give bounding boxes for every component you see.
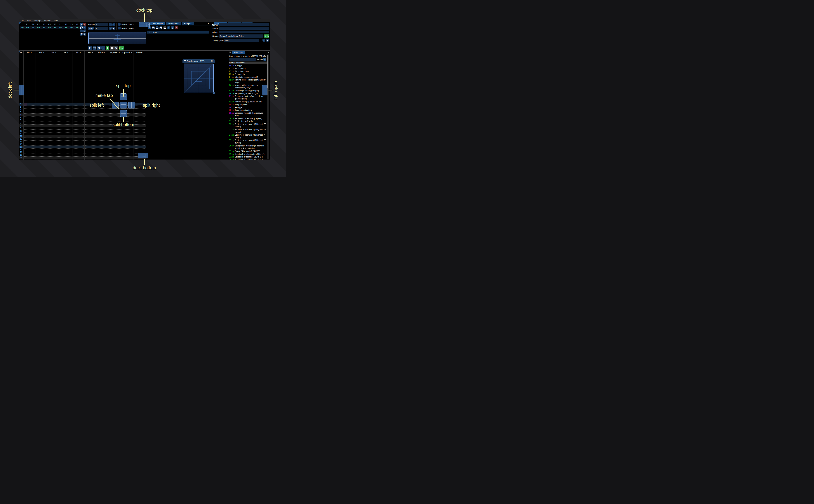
close-icon[interactable]: × [207, 22, 209, 25]
channel-header-fm-3[interactable]: FM 3 [48, 51, 60, 54]
octave-plus-button[interactable]: + [112, 23, 115, 26]
organize-instrument-button[interactable] [163, 26, 166, 29]
effect-row[interactable]: 0DxxJump to next pattern [229, 109, 267, 112]
order-col-f6[interactable]: F6 [52, 23, 58, 26]
effect-search-input[interactable] [229, 58, 256, 61]
order-col-s2[interactable]: S2 [63, 23, 69, 26]
deep-clone-order-button[interactable] [80, 33, 83, 36]
order-col-s3[interactable]: S3 [69, 23, 74, 26]
order-row[interactable]: 0000000000000000000000 [20, 26, 80, 29]
menu-help[interactable]: help [52, 20, 59, 22]
menu-settings[interactable]: settings [32, 20, 42, 22]
pattern-row[interactable]: 13 [19, 138, 146, 140]
channel-header-fm-2[interactable]: FM 2 [36, 51, 48, 54]
order-cell[interactable]: 00 [52, 26, 58, 29]
record-button[interactable] [106, 46, 109, 50]
effect-row[interactable]: 04xyVibrato (x: speed; y: depth) [229, 76, 267, 78]
effect-row[interactable]: 00xyArpeggio [229, 64, 267, 67]
close-icon[interactable]: × [211, 60, 213, 62]
pattern-row[interactable]: 12 [19, 135, 146, 138]
oscilloscope-xy-window[interactable]: Oscilloscope (X-Y) × [182, 59, 215, 94]
tuning-input[interactable] [224, 39, 259, 42]
poly-toggle-button[interactable]: Poly [119, 46, 124, 50]
order-col-f4[interactable]: F4 [41, 23, 47, 26]
split-bottom-target[interactable] [120, 110, 127, 117]
close-icon[interactable]: × [267, 51, 269, 54]
menu-edit[interactable]: edit [26, 20, 32, 22]
step-minus-button[interactable]: - [109, 27, 112, 30]
effect-row[interactable]: 16xySet operator multiplier (x: operator… [229, 145, 267, 150]
octave-input[interactable] [95, 23, 108, 26]
instrument-list-item[interactable]: - None - [147, 31, 209, 34]
resize-grip[interactable] [213, 92, 214, 94]
channel-header-fm-5[interactable]: FM 5 [72, 51, 84, 54]
metronome-button[interactable] [110, 46, 114, 50]
effect-row[interactable]: 1AxxSet attack of operator 1 (0 to 1F) [229, 156, 267, 158]
song-album-input[interactable] [219, 31, 269, 33]
channel-header-fm-4[interactable]: FM 4 [60, 51, 72, 54]
effect-row[interactable]: 12xxSet level of operator 1 (0 highest, … [229, 123, 267, 128]
pattern-row[interactable]: 14 [19, 140, 146, 143]
channel-header-fm-6[interactable]: FM 6 [84, 51, 97, 54]
effect-row[interactable]: 11xxSet feedback (0 to 7) [229, 120, 267, 123]
step-button[interactable]: Step [88, 27, 94, 30]
auto-system-button[interactable]: Auto [264, 34, 269, 38]
effect-row[interactable]: 07xyTremolo (x: speed; y: depth) [229, 90, 267, 92]
order-cell[interactable]: 00 [41, 26, 47, 29]
dock-bottom-target[interactable] [138, 153, 148, 158]
repeat-pattern-button[interactable] [114, 46, 118, 50]
delete-instrument-button[interactable] [175, 26, 178, 29]
edit-mode-order-button[interactable] [83, 33, 86, 36]
pattern-row[interactable]: 6 [19, 119, 146, 122]
dock-right-target[interactable] [262, 85, 267, 95]
effect-row[interactable]: 0FxxSet speed (speed 2 if no grooves exi… [229, 112, 267, 117]
move-up-order-button[interactable] [83, 26, 86, 29]
play-one-row-button[interactable] [97, 46, 101, 50]
effect-row[interactable]: 13xxSet level of operator 2 (0 highest, … [229, 128, 267, 134]
collapse-icon[interactable] [184, 60, 186, 62]
make-tab-target[interactable] [120, 102, 127, 109]
order-col-f3[interactable]: F3 [36, 23, 41, 26]
window-menu-icon[interactable] [229, 51, 231, 54]
order-cell[interactable]: 00 [47, 26, 52, 29]
octave-minus-button[interactable]: - [109, 23, 112, 26]
order-cell[interactable]: 00 [36, 26, 41, 29]
order-cell[interactable]: 00 [58, 26, 63, 29]
order-cell[interactable]: 00 [30, 26, 36, 29]
pattern-row[interactable]: 18 [19, 151, 146, 154]
tab-wavetables[interactable]: Wavetables [166, 22, 181, 25]
channel-header-square-2[interactable]: Square 2 [109, 51, 121, 54]
channel-header-square-1[interactable]: Square 1 [97, 51, 109, 54]
order-cell[interactable]: 00 [74, 26, 80, 29]
effect-row[interactable]: 05xyVolume slide + vibrato (compatibilit… [229, 79, 267, 84]
effect-row[interactable]: 1BxxSet attack of operator 2 (0 to 1F) [229, 158, 267, 160]
order-col-f1[interactable]: F1 [25, 23, 30, 26]
effect-row[interactable]: 15xxSet level of operator 4 (0 highest, … [229, 139, 267, 144]
order-cell[interactable]: 00 [69, 26, 74, 29]
oscilloscope-xy-titlebar[interactable]: Oscilloscope (X-Y) × [182, 59, 215, 63]
system-input[interactable] [219, 34, 263, 38]
step-input[interactable] [95, 27, 108, 30]
move-up-instrument-button[interactable] [167, 26, 170, 29]
pattern-row[interactable]: 21 [19, 159, 146, 160]
tab-effect-list[interactable]: Effect List [232, 51, 245, 54]
channel-header-noise[interactable]: Noise [133, 51, 145, 54]
open-instrument-button[interactable] [156, 26, 158, 29]
tuning-minus-button[interactable]: - [262, 39, 265, 42]
effect-row[interactable]: 0BxxJump to pattern [229, 103, 267, 106]
follow-orders-checkbox[interactable]: ✓ [118, 23, 121, 26]
remove-order-button[interactable] [83, 23, 86, 26]
pattern-row[interactable]: 5 [19, 116, 146, 119]
song-name-input[interactable] [219, 23, 269, 26]
effect-list-menu-button[interactable] [263, 58, 266, 61]
order-col-s1[interactable]: S1 [58, 23, 63, 26]
menu-file[interactable]: file [20, 20, 26, 22]
dock-top-target[interactable] [139, 22, 150, 27]
follow-pattern-checkbox[interactable]: ✓ [118, 27, 121, 29]
add-order-button[interactable] [80, 23, 83, 26]
play-from-cursor-button[interactable] [93, 46, 96, 50]
menu-window[interactable]: window [42, 20, 52, 22]
pattern-row[interactable]: 19 [19, 154, 146, 156]
effect-row[interactable]: 0CxxRetrigger [229, 106, 267, 109]
save-instrument-button[interactable] [159, 26, 162, 29]
